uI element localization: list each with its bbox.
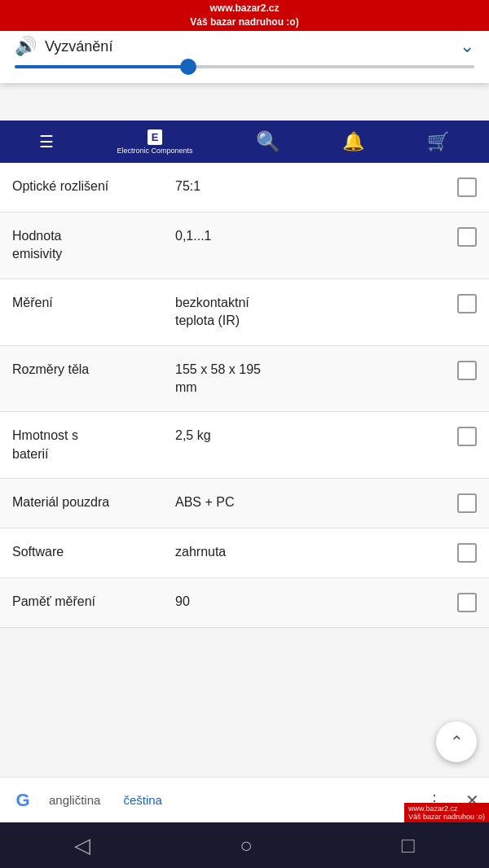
- spec-label-mereni: Měření: [12, 294, 175, 312]
- target-language[interactable]: čeština: [123, 793, 162, 807]
- nav-logo-text: Electronic Components: [117, 147, 192, 155]
- spec-checkbox-optical[interactable]: [457, 178, 477, 197]
- volume-slider-track[interactable]: [15, 65, 474, 68]
- spec-row-material: Materiál pouzdra ABS + PC: [0, 479, 489, 528]
- chevron-down-icon[interactable]: ⌄: [460, 36, 474, 57]
- spec-checkbox-software[interactable]: [457, 543, 477, 563]
- spec-row-optical: Optické rozlišení 75:1: [0, 163, 489, 213]
- spec-checkbox-mereni[interactable]: [457, 294, 477, 313]
- spec-label-pamet: Paměť měření: [12, 593, 175, 611]
- watermark-bottom-url: www.bazar2.cz: [408, 804, 485, 813]
- back-button[interactable]: ◁: [74, 833, 90, 858]
- spec-label-material: Materiál pouzdra: [12, 493, 175, 511]
- source-language[interactable]: angličtina: [49, 793, 100, 807]
- spec-checkbox-material[interactable]: [457, 493, 477, 513]
- spec-value-rozmery: 155 x 58 x 195mm: [175, 361, 449, 397]
- watermark-bottom-tagline: Váš bazar nadruhou :o): [408, 813, 485, 821]
- spec-value-pamet: 90: [175, 593, 449, 611]
- search-icon[interactable]: 🔍: [256, 130, 280, 153]
- watermark-banner-bottom: www.bazar2.cz Váš bazar nadruhou :o): [404, 803, 489, 822]
- spec-row-emisivity: Hodnotaemisivity 0,1...1: [0, 213, 489, 279]
- volume-slider-thumb[interactable]: [180, 59, 196, 75]
- nav-logo[interactable]: E Electronic Components: [117, 129, 192, 155]
- spec-label-emisivity: Hodnotaemisivity: [12, 227, 175, 264]
- spec-label-hmotnost: Hmotnost sbaterií: [12, 427, 175, 463]
- speaker-icon: 🔊: [15, 36, 37, 57]
- spec-row-pamet: Paměť měření 90: [0, 578, 489, 628]
- watermark-tagline: Váš bazar nadruhou :o): [190, 15, 298, 29]
- spec-checkbox-hmotnost[interactable]: [457, 427, 477, 446]
- cart-icon[interactable]: 🛒: [427, 131, 449, 152]
- spec-checkbox-rozmery[interactable]: [457, 361, 477, 380]
- spec-row-mereni: Měření bezkontaktníteplota (IR): [0, 279, 489, 346]
- spec-row-rozmery: Rozměry těla 155 x 58 x 195mm: [0, 346, 489, 413]
- spec-label-software: Software: [12, 543, 175, 561]
- scroll-top-button[interactable]: ⌃: [436, 721, 477, 762]
- watermark-url: www.bazar2.cz: [210, 2, 280, 15]
- spec-checkbox-pamet[interactable]: [457, 593, 477, 612]
- ringtone-panel: 🔊 Vyzvánění ⌄: [0, 24, 489, 83]
- home-button[interactable]: ○: [240, 833, 253, 858]
- nav-bar: ☰ E Electronic Components 🔍 🔔 🛒: [0, 121, 489, 163]
- chevron-up-icon: ⌃: [450, 732, 464, 752]
- spec-label-rozmery: Rozměry těla: [12, 361, 175, 379]
- recents-button[interactable]: □: [402, 833, 415, 858]
- google-g-icon: G: [15, 790, 29, 811]
- spec-value-hmotnost: 2,5 kg: [175, 427, 449, 445]
- spec-row-software: Software zahrnuta: [0, 528, 489, 578]
- google-translate-logo: G: [10, 787, 36, 813]
- spec-checkbox-emisivity[interactable]: [457, 227, 477, 247]
- bottom-nav-bar: ◁ ○ □ www.bazar2.cz Váš bazar nadruhou :…: [0, 822, 489, 868]
- nav-logo-letter: E: [148, 129, 163, 145]
- spec-value-optical: 75:1: [175, 178, 449, 195]
- specs-table: Optické rozlišení 75:1 Hodnotaemisivity …: [0, 163, 489, 628]
- spec-label-optical: Optické rozlišení: [12, 178, 175, 195]
- spec-value-mereni: bezkontaktníteplota (IR): [175, 294, 449, 331]
- spec-value-material: ABS + PC: [175, 493, 449, 511]
- watermark-banner-top: www.bazar2.cz Váš bazar nadruhou :o): [0, 0, 489, 31]
- ringtone-label: Vyzvánění: [45, 38, 112, 55]
- volume-slider-fill: [15, 65, 189, 68]
- spec-value-emisivity: 0,1...1: [175, 227, 449, 245]
- spec-row-hmotnost: Hmotnost sbaterií 2,5 kg: [0, 412, 489, 479]
- spec-value-software: zahrnuta: [175, 543, 449, 561]
- bell-icon[interactable]: 🔔: [342, 131, 364, 152]
- menu-icon[interactable]: ☰: [39, 132, 54, 151]
